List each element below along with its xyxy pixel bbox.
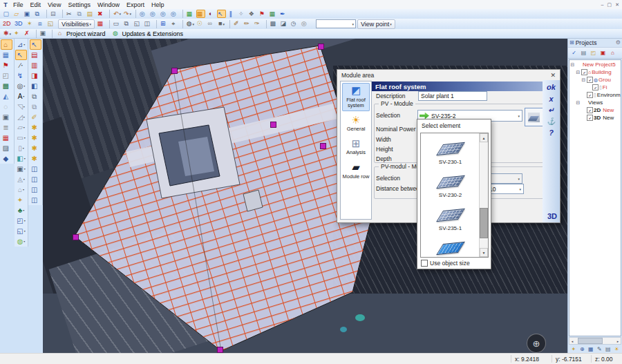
close-button[interactable]: ✕ <box>615 2 619 8</box>
open-icon[interactable]: ▱ <box>13 10 22 18</box>
folder-blue-tool[interactable]: ◰ <box>15 215 27 226</box>
scroll-left-icon[interactable]: ◂ <box>569 339 575 343</box>
flag-icon[interactable]: ⚑ <box>258 10 267 18</box>
roof-edge-tool[interactable]: ◿ <box>15 112 27 122</box>
paste-object-tool[interactable]: ⧉ <box>30 102 41 112</box>
dormer-tool[interactable]: ◬ <box>15 174 27 184</box>
panel1-tool[interactable]: ◫ <box>30 164 41 174</box>
text-tool[interactable]: A <box>15 91 27 102</box>
lightbulb-icon[interactable]: ☉ <box>196 20 205 28</box>
tab-analysis[interactable]: ⊞ Analysis <box>342 136 370 158</box>
tree-tool[interactable]: ♣ <box>15 205 27 215</box>
updates-extensions-button[interactable]: Updates & Extensions <box>122 30 184 37</box>
gear-icon[interactable]: ⚙ <box>616 39 621 46</box>
steps-tool[interactable]: ≣ <box>1 122 12 133</box>
note-tool[interactable]: ◭ <box>1 91 12 102</box>
selection-handle[interactable] <box>320 143 326 149</box>
paste-icon[interactable]: ▤ <box>86 10 95 18</box>
menu-item[interactable]: Window <box>94 1 123 8</box>
select-pointer-icon[interactable]: ↖ <box>217 10 226 18</box>
image-frame-icon[interactable]: ▩ <box>266 20 279 28</box>
module-option-sv-230-1[interactable]: SV-230-1 <box>421 140 480 165</box>
menu-item[interactable]: Help <box>148 1 168 8</box>
export-tool[interactable]: ◍ <box>15 236 27 247</box>
panel4-tool[interactable]: ◫ <box>30 195 41 205</box>
selection-handle[interactable] <box>318 44 324 50</box>
tree-item-views[interactable]: Views <box>569 99 621 106</box>
expander-icon[interactable] <box>570 62 575 68</box>
scroll-down-icon[interactable] <box>480 248 488 257</box>
single-window-icon[interactable]: ▭ <box>109 20 122 28</box>
tree-item-environment[interactable]: ▯ Environm <box>569 91 621 99</box>
chimney-tool[interactable]: ◧ <box>15 153 27 164</box>
threed-preview-button[interactable]: 3D <box>547 212 557 220</box>
menu-item[interactable]: Edit <box>27 1 45 8</box>
chart-tool[interactable]: ⊿ <box>15 39 27 50</box>
pen-small-icon[interactable]: ✐ <box>229 20 242 28</box>
view-2d-icon[interactable]: 2D <box>3 20 13 28</box>
minimize-button[interactable]: – <box>601 2 604 8</box>
roof-tool[interactable]: ◹ <box>15 102 27 112</box>
photo-tool[interactable]: ▣ <box>1 112 12 122</box>
selection-handle[interactable] <box>73 234 79 240</box>
tree-item-3d[interactable]: 3D New <box>569 114 621 122</box>
column-tool[interactable]: ▯ <box>15 143 27 153</box>
new-icon[interactable]: ▢ <box>3 10 12 18</box>
hand3-tool[interactable]: ✱ <box>30 143 41 153</box>
tree-checkbox[interactable] <box>587 77 593 83</box>
help-point-tool[interactable]: ↯ <box>15 70 27 81</box>
zoom-all-icon[interactable]: ◎ <box>170 10 179 18</box>
select-tool[interactable]: ↖ <box>15 50 27 60</box>
pj-tab-hand[interactable]: ✦ <box>569 345 578 354</box>
hand1-tool[interactable]: ✱ <box>30 122 41 133</box>
grid-tool[interactable]: ▦ <box>1 50 12 60</box>
pj-tab-grid[interactable]: ▦ <box>587 345 595 354</box>
tab-module-row[interactable]: ▰ Module row <box>342 160 370 182</box>
render-icon[interactable]: ✶ <box>26 20 35 28</box>
tree-item-file[interactable]: ▯ Fi <box>569 84 621 91</box>
green-grid-icon[interactable]: ▦ <box>269 10 278 18</box>
module-picture-button[interactable] <box>525 108 543 126</box>
viewpoint-combo[interactable] <box>316 19 356 28</box>
tree-item-group[interactable]: ◍ Grou <box>569 76 621 84</box>
fence-red-tool[interactable]: ▤ <box>30 50 41 60</box>
redo-icon[interactable]: ↷ <box>123 10 132 18</box>
save-all-icon[interactable]: ⧉ <box>34 10 43 18</box>
clock-icon[interactable]: ◷ <box>290 20 299 28</box>
view-point-button[interactable]: View point <box>357 19 395 29</box>
building-tool[interactable]: ⌂ <box>15 184 27 195</box>
menu-item[interactable]: Settings <box>64 1 94 8</box>
view-3d-icon[interactable]: 3D <box>15 20 25 28</box>
page-check-icon[interactable]: ▦ <box>182 10 195 18</box>
module-rows-icon[interactable]: ∥ <box>227 10 236 18</box>
selection-handle[interactable] <box>270 122 276 128</box>
brush2-tool[interactable]: ✐ <box>30 112 41 122</box>
speaker-red-tool[interactable]: ◨ <box>30 70 41 81</box>
target-icon[interactable]: ◎ <box>301 20 310 28</box>
menu-item[interactable]: File <box>10 1 27 8</box>
tree-checkbox[interactable] <box>581 69 587 75</box>
tree-checkbox[interactable] <box>587 92 593 98</box>
tab-general[interactable]: ☀ General <box>342 113 370 135</box>
album-tool[interactable]: ◰ <box>1 70 12 81</box>
arc-icon[interactable]: ◖ <box>207 10 216 18</box>
tree-checkbox[interactable] <box>592 84 599 90</box>
scroll-thumb[interactable] <box>480 208 488 238</box>
pencil-icon[interactable]: ✏ <box>243 20 252 28</box>
pj-tab-edit[interactable]: ✎ <box>596 345 604 354</box>
wall-tool[interactable]: ▱ <box>15 122 27 133</box>
projects-hscrollbar[interactable]: ◂ ▸ <box>569 337 621 345</box>
scroll-thumb[interactable] <box>578 338 603 344</box>
visibilities-button[interactable]: Visibilities <box>58 19 95 29</box>
cancel-button[interactable]: x <box>549 95 553 103</box>
speaker-blue-tool[interactable]: ◧ <box>30 81 41 91</box>
dialog-close-icon[interactable]: ✕ <box>550 72 556 79</box>
pj-tab-sun[interactable]: ☀ <box>613 345 621 354</box>
beam-tool[interactable]: ▭ <box>15 133 27 143</box>
globe-icon[interactable]: ◍ <box>182 20 195 28</box>
remove-icon[interactable]: ✗ <box>23 30 32 38</box>
fence2-red-tool[interactable]: ▥ <box>30 60 41 70</box>
select2-tool[interactable]: ↖ <box>30 39 41 50</box>
tree-checkbox[interactable] <box>587 107 593 113</box>
ring-tool[interactable]: ◌ <box>1 102 12 112</box>
